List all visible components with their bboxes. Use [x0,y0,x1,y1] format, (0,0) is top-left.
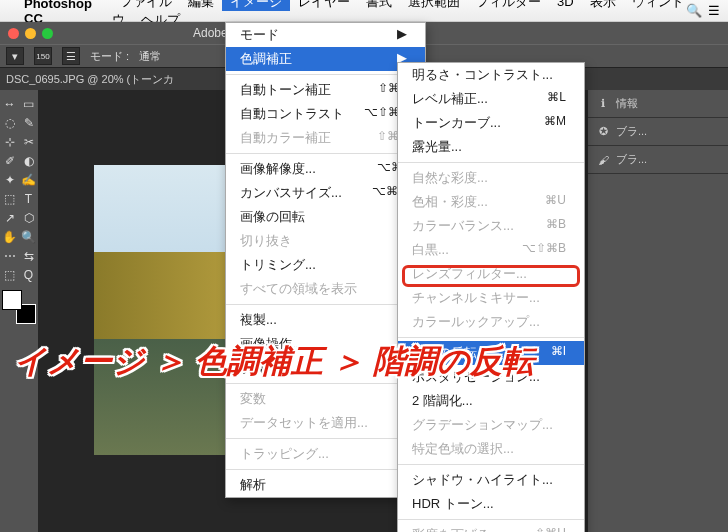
menubar-item-レイヤー[interactable]: レイヤー [290,0,358,11]
menubar-right-icons: 🔍 ☰ [686,3,720,18]
tool-icon[interactable]: ↔ [0,94,19,113]
tool-preset-icon[interactable]: ▾ [6,47,24,65]
panel-label: 情報 [616,96,638,111]
menu-item-トラッピング...: トラッピング... [226,442,425,466]
menu-item-グラデーションマップ...: グラデーションマップ... [398,413,584,437]
minimize-window-button[interactable] [25,28,36,39]
menu-item-自動カラー補正: 自動カラー補正⇧⌘B [226,126,425,150]
mode-label: モード : [90,49,129,64]
menu-item-シャドウ・ハイライト...[interactable]: シャドウ・ハイライト... [398,468,584,492]
image-menu: モード▶色調補正▶自動トーン補正⇧⌘L自動コントラスト⌥⇧⌘L自動カラー補正⇧⌘… [225,22,426,498]
notification-icon[interactable]: ☰ [708,3,720,18]
highlight-box [402,265,580,287]
search-icon[interactable]: 🔍 [686,3,702,18]
menu-item-HDR トーン...[interactable]: HDR トーン... [398,492,584,516]
tool-icon[interactable]: ✎ [19,113,38,132]
color-swatches[interactable] [2,290,36,324]
panel-label: ブラ... [616,152,647,167]
menubar-item-フィルター[interactable]: フィルター [468,0,549,11]
tool-icon[interactable]: ▭ [19,94,38,113]
menubar-item-ファイル[interactable]: ファイル [112,0,180,11]
menu-item-2 階調化...[interactable]: 2 階調化... [398,389,584,413]
menubar-item-イメージ[interactable]: イメージ [222,0,290,11]
menu-item-自動コントラスト[interactable]: 自動コントラスト⌥⇧⌘L [226,102,425,126]
tool-icon[interactable]: ✋ [0,227,19,246]
document-tab[interactable]: DSC_0695.JPG @ 20% (トーンカ [6,72,174,87]
panel-icon: ℹ [596,97,610,111]
menubar-item-表示[interactable]: 表示 [582,0,624,11]
tool-icon[interactable]: ⇆ [19,246,38,265]
toolbox: ↔▭◌✎⊹✂✐◐✦✍⬚T↗⬡✋🔍⋯⇆⬚Q [0,90,38,532]
menu-item-色相・彩度...: 色相・彩度...⌘U [398,190,584,214]
tool-icon[interactable]: ⬚ [0,189,19,208]
tool-icon[interactable]: ✂ [19,132,38,151]
menu-item-変数: 変数▶ [226,387,425,411]
menubar-item-選択範囲[interactable]: 選択範囲 [400,0,468,11]
menubar-item-編集[interactable]: 編集 [180,0,222,11]
panel-label: ブラ... [616,124,647,139]
panel-ブラ...[interactable]: ✪ブラ... [588,118,728,146]
menu-item-彩度を下げる: 彩度を下げる⇧⌘U [398,523,584,532]
menubar-item-書式[interactable]: 書式 [358,0,400,11]
menu-item-自然な彩度...: 自然な彩度... [398,166,584,190]
menu-item-トリミング...[interactable]: トリミング... [226,253,425,277]
mode-value[interactable]: 通常 [139,49,161,64]
menu-item-カラールックアップ...: カラールックアップ... [398,310,584,334]
tool-icon[interactable]: ⋯ [0,246,19,265]
menu-item-データセットを適用...: データセットを適用... [226,411,425,435]
tool-icon[interactable]: Q [19,265,38,284]
menu-item-明るさ・コントラスト...[interactable]: 明るさ・コントラスト... [398,63,584,87]
brush-preview-icon[interactable]: 150 [34,47,52,65]
menu-item-画像解像度...[interactable]: 画像解像度...⌥⌘I [226,157,425,181]
mac-menubar: Photoshop CC ファイル編集イメージレイヤー書式選択範囲フィルター3D… [0,0,728,22]
menu-item-モード[interactable]: モード▶ [226,23,425,47]
menu-item-すべての領域を表示: すべての領域を表示 [226,277,425,301]
menubar-item-3D[interactable]: 3D [549,0,582,11]
tool-icon[interactable]: ✐ [0,151,19,170]
tool-icon[interactable]: ↗ [0,208,19,227]
tool-icon[interactable]: ✦ [0,170,19,189]
menu-item-チャンネルミキサー...: チャンネルミキサー... [398,286,584,310]
right-panels: ℹ情報✪ブラ...🖌ブラ... [588,90,728,532]
panel-情報[interactable]: ℹ情報 [588,90,728,118]
menu-item-カラーバランス...: カラーバランス...⌘B [398,214,584,238]
menu-item-露光量...[interactable]: 露光量... [398,135,584,159]
tool-icon[interactable]: ⊹ [0,132,19,151]
brush-settings-icon[interactable]: ☰ [62,47,80,65]
panel-ブラ...[interactable]: 🖌ブラ... [588,146,728,174]
menu-item-複製...[interactable]: 複製... [226,308,425,332]
tool-icon[interactable]: ⬚ [0,265,19,284]
panel-icon: ✪ [596,125,610,139]
tool-icon[interactable]: 🔍 [19,227,38,246]
tool-icon[interactable]: ✍ [19,170,38,189]
annotation-text: イメージ ＞ 色調補正 ＞ 階調の反転 [14,340,534,384]
tool-icon[interactable]: ◌ [0,113,19,132]
window-controls [8,28,53,39]
tool-icon[interactable]: ⬡ [19,208,38,227]
menu-item-レベル補正...[interactable]: レベル補正...⌘L [398,87,584,111]
menu-item-カンバスサイズ...[interactable]: カンバスサイズ...⌥⌘C [226,181,425,205]
menu-item-特定色域の選択...: 特定色域の選択... [398,437,584,461]
menu-item-解析[interactable]: 解析▶ [226,473,425,497]
menu-item-白黒...: 白黒...⌥⇧⌘B [398,238,584,262]
menu-item-色調補正[interactable]: 色調補正▶ [226,47,425,71]
close-window-button[interactable] [8,28,19,39]
menu-item-自動トーン補正[interactable]: 自動トーン補正⇧⌘L [226,78,425,102]
zoom-window-button[interactable] [42,28,53,39]
tool-icon[interactable]: T [19,189,38,208]
tool-icon[interactable]: ◐ [19,151,38,170]
menu-item-トーンカーブ...[interactable]: トーンカーブ...⌘M [398,111,584,135]
panel-icon: 🖌 [596,153,610,167]
menu-item-切り抜き: 切り抜き [226,229,425,253]
menu-item-画像の回転[interactable]: 画像の回転▶ [226,205,425,229]
adjustments-submenu: 明るさ・コントラスト...レベル補正...⌘Lトーンカーブ...⌘M露光量...… [397,62,585,532]
